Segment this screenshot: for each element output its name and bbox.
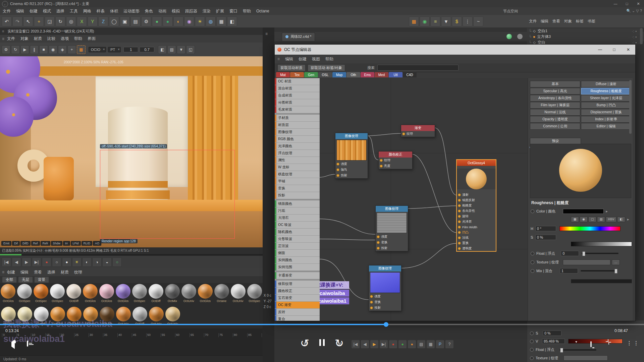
p-badge[interactable]: P — [436, 340, 444, 349]
video-progress-handle[interactable] — [384, 322, 388, 327]
render-window-menu-item[interactable]: 选项 — [58, 35, 71, 43]
material-manager-menu-item[interactable]: 编辑 — [18, 268, 31, 276]
material-port-row[interactable]: 凹凸 — [457, 230, 496, 235]
node-type-item[interactable]: 平铺 — [275, 178, 320, 185]
panel-menu-icon[interactable]: ≡ — [2, 29, 4, 33]
panel-menu-icon[interactable]: ≡ — [2, 37, 4, 41]
last-tool-icon[interactable]: ◎ — [66, 16, 76, 26]
menu-item[interactable]: 文件 — [0, 7, 13, 15]
material-thumbnail[interactable]: OctGlos — [82, 283, 99, 306]
contrast-icon[interactable]: ◧ — [617, 217, 625, 222]
exposure-field[interactable]: 0.7 — [140, 47, 154, 52]
object-manager-menu-item[interactable]: 查看 — [550, 17, 562, 25]
timeline-tick[interactable]: 25 — [74, 333, 89, 337]
node-type-item[interactable]: 属性 — [275, 157, 320, 164]
material-channel-button[interactable]: Sheen layer | 光泽层 — [581, 95, 631, 102]
next-key-icon[interactable]: ▶| — [379, 340, 388, 349]
image-a-icon[interactable]: ▤ — [597, 217, 605, 222]
settings-gear-icon[interactable]: ⚙ — [2, 45, 10, 54]
play-button[interactable]: ▶ — [370, 340, 379, 349]
material-tab[interactable]: 全部 — [2, 277, 17, 283]
render-settings-icon[interactable]: ⚙ — [141, 16, 151, 26]
material-thumbnail[interactable]: OctUniv — [180, 283, 197, 306]
timeline-tick[interactable]: 40 — [117, 333, 132, 337]
material-channel-button[interactable]: Specular | 高光 — [530, 88, 580, 95]
minimize-button[interactable]: — — [610, 0, 621, 7]
back-icon[interactable]: ← — [2, 1, 8, 7]
half-sphere-icon[interactable]: ◐ — [82, 257, 92, 267]
render-pass-chip[interactable]: Irr — [63, 241, 70, 246]
render-window-menu-item[interactable]: 文件 — [4, 35, 18, 43]
material-thumbnail[interactable]: OctGlos — [99, 283, 115, 306]
render-pass-chip[interactable]: Refr — [41, 241, 50, 246]
material-channel-button[interactable]: Editor | 编辑 — [581, 123, 631, 130]
node-editor-maximize-button[interactable]: □ — [607, 45, 621, 55]
material-tab[interactable]: 无层 — [18, 277, 33, 283]
panel-scrollbar[interactable] — [629, 80, 632, 134]
timeline-tick[interactable]: 55 — [161, 333, 175, 337]
render-window-menu-item[interactable]: 界面 — [85, 35, 98, 43]
menu-item[interactable]: 渲染 — [200, 7, 213, 15]
mini-player-icon[interactable] — [590, 342, 592, 347]
samples-field[interactable]: 1 — [123, 47, 138, 52]
material-thumbnail[interactable]: OctDiff — [66, 283, 82, 306]
toggle-dot-icon[interactable] — [530, 340, 534, 343]
go-start-icon[interactable]: |◀ — [2, 257, 11, 267]
material-thumbnail[interactable]: Octane — [213, 283, 230, 306]
s-value-field[interactable]: 0 % — [543, 330, 561, 336]
object-manager-scrollbar[interactable] — [640, 28, 643, 44]
menu-item[interactable]: Octane — [254, 7, 272, 15]
lock-icon[interactable]: ◈ — [58, 45, 67, 54]
record-dot-icon[interactable]: ● — [389, 340, 397, 349]
volume-icon[interactable] — [11, 342, 15, 347]
material-manager-menu-item[interactable]: 选择 — [45, 268, 58, 276]
render-window-menu-item[interactable]: 比较 — [45, 35, 58, 43]
octane-settings-icon[interactable]: ◐ — [173, 16, 183, 26]
texture-dropdown[interactable] — [564, 355, 608, 361]
render-pass-chip[interactable]: Ref — [31, 241, 40, 246]
menu-item[interactable]: 模拟 — [169, 7, 182, 15]
node-type-item[interactable]: 卡通渐变 — [275, 272, 320, 279]
material-thumbnail[interactable]: OctSpec — [131, 283, 148, 306]
more-options-icon[interactable]: ⋮ ⋮ — [627, 340, 639, 346]
axis-x-button[interactable]: X — [77, 16, 87, 26]
menu-item[interactable]: 工具 — [67, 7, 80, 15]
node-category-tab[interactable]: Med — [375, 72, 388, 77]
node-category-tab[interactable]: C4D — [403, 72, 417, 77]
material-port-row[interactable]: 置换 — [457, 240, 496, 246]
node-port-row[interactable]: 纹理 — [379, 158, 412, 163]
material-port-row[interactable]: 粗糙度 — [457, 203, 496, 208]
play-forward-icon[interactable]: ▶ — [22, 257, 31, 267]
panel-menu-icon[interactable]: ≡ — [277, 57, 280, 61]
node-graph-canvas[interactable]: 图像纹理 强度伽马投射 渐变 纹理 颜色校正 纹理亮度 — [320, 78, 528, 321]
material-channel-button[interactable]: Bump | 凹凸 — [581, 102, 631, 109]
octane-ball-icon[interactable] — [506, 34, 512, 39]
material-channel-button[interactable]: Normal | 法线 — [530, 109, 580, 116]
half-sphere2-icon[interactable]: ◑ — [92, 257, 102, 267]
float-slider[interactable] — [582, 253, 619, 254]
render-pass-chip[interactable]: Dif — [12, 241, 20, 246]
material-manager-menu-item[interactable]: 查看 — [31, 268, 45, 276]
node-category-tab[interactable]: Ems — [361, 72, 374, 77]
node-type-item[interactable]: 投影 — [275, 192, 320, 199]
node-type-item[interactable]: 浮点纹理 — [275, 150, 320, 157]
axis-y-button[interactable]: Y — [88, 16, 98, 26]
layers-icon[interactable]: ▤ — [167, 45, 176, 54]
render-pass-chip[interactable]: Emit — [1, 241, 11, 246]
node-type-item[interactable]: 宝石渐变 — [275, 295, 320, 302]
material-channel-button[interactable]: Opacity | 透明度 — [530, 116, 580, 123]
hue-gradient-slider[interactable] — [559, 226, 621, 231]
color-swatch[interactable] — [563, 209, 604, 214]
pause-button[interactable] — [319, 339, 325, 346]
node-category-tab[interactable]: Mat — [276, 72, 290, 77]
rewind-10-button[interactable]: ↺10 — [300, 337, 309, 350]
film-icon[interactable]: ▤ — [417, 340, 426, 349]
play-icon[interactable]: ▶ — [20, 45, 29, 54]
node-editor-menu-item[interactable]: 编辑 — [282, 55, 296, 63]
float-field[interactable]: 0 — [561, 251, 579, 256]
toggle-dot-icon[interactable] — [530, 348, 534, 352]
sky-icon[interactable]: ◍ — [206, 16, 216, 26]
menu-item[interactable]: 网格 — [80, 7, 94, 15]
node-type-item[interactable]: 混合材质 — [275, 85, 320, 92]
material-thumbnail[interactable]: OctSpec — [246, 283, 263, 306]
